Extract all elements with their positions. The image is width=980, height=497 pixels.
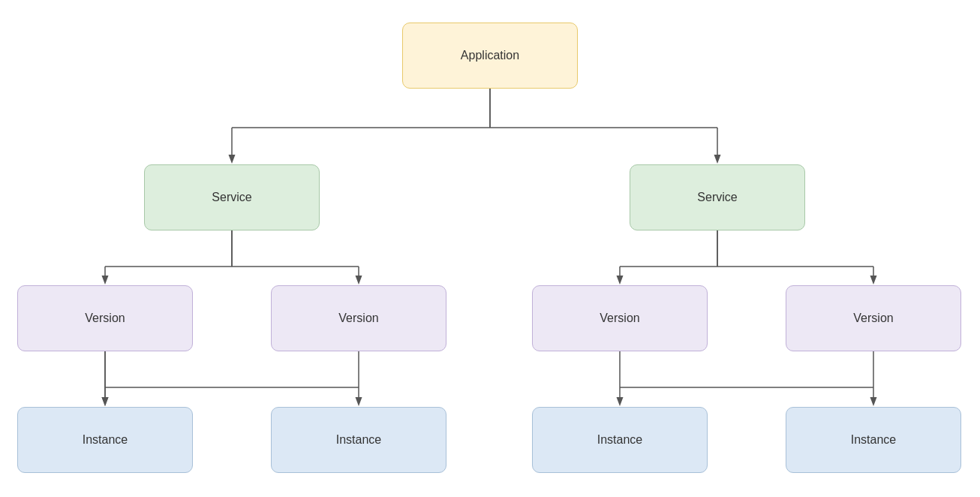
version-2-node: Version bbox=[271, 285, 446, 351]
instance-1-label: Instance bbox=[83, 433, 128, 447]
version-1-label: Version bbox=[85, 312, 125, 325]
instance-3-node: Instance bbox=[532, 407, 708, 473]
version-1-node: Version bbox=[17, 285, 193, 351]
service-right-label: Service bbox=[697, 191, 737, 204]
version-4-node: Version bbox=[786, 285, 961, 351]
service-left-node: Service bbox=[144, 164, 320, 230]
instance-4-node: Instance bbox=[786, 407, 961, 473]
application-node: Application bbox=[402, 23, 578, 89]
version-4-label: Version bbox=[853, 312, 893, 325]
instance-3-label: Instance bbox=[597, 433, 642, 447]
service-left-label: Service bbox=[212, 191, 251, 204]
instance-2-node: Instance bbox=[271, 407, 446, 473]
version-3-node: Version bbox=[532, 285, 708, 351]
instance-1-node: Instance bbox=[17, 407, 193, 473]
instance-4-label: Instance bbox=[851, 433, 896, 447]
version-3-label: Version bbox=[600, 312, 639, 325]
service-right-node: Service bbox=[630, 164, 805, 230]
instance-2-label: Instance bbox=[336, 433, 381, 447]
version-2-label: Version bbox=[338, 312, 378, 325]
diagram-container: Application Service Service Version Vers… bbox=[0, 0, 980, 497]
application-label: Application bbox=[461, 49, 519, 62]
